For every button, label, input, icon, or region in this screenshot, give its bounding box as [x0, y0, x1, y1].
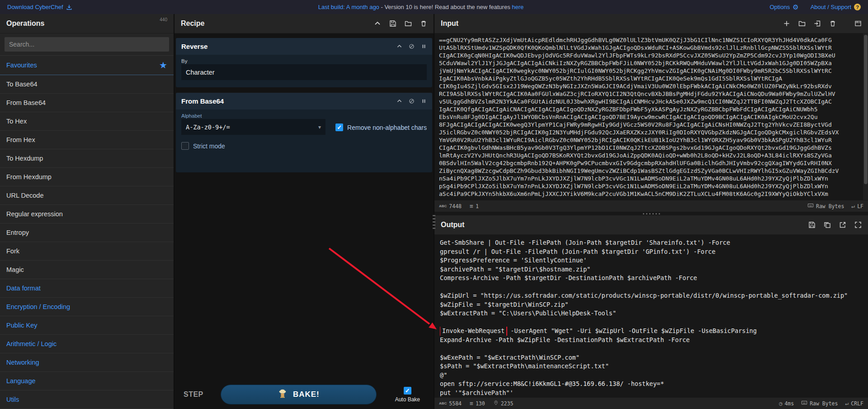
announcement-here-link[interactable]: here: [512, 4, 524, 10]
recipe-op-from-base64[interactable]: From Base64 Alphabet A-Za-z0-9+/= ▾: [176, 93, 432, 172]
auto-bake-toggle[interactable]: Auto Bake: [395, 387, 420, 403]
category-item[interactable]: Language: [0, 372, 174, 390]
operation-item[interactable]: Regular expression: [0, 205, 174, 224]
output-line: gpresult /r | Out-File -FilePath (Join-P…: [440, 247, 862, 257]
output-line-invoke: Invoke-WebRequest -UserAgent "Wget" -Uri…: [440, 327, 862, 336]
collapse-op-icon[interactable]: [396, 98, 402, 104]
line-count-icon: ≡: [470, 400, 473, 407]
category-item[interactable]: Encryption / Encoding: [0, 298, 174, 316]
replace-input-icon[interactable]: [839, 221, 846, 228]
last-build-link[interactable]: Last build: A month ago: [318, 4, 379, 10]
operations-header: Operations 440: [0, 14, 174, 33]
search-input[interactable]: [5, 37, 169, 52]
input-line: IgACIK0QfgACIgACIgAiCNACIgACIgACIgACIgoQ…: [439, 105, 860, 113]
input-line: jVmUjNmYkACIgACIgACIK0wegkyc0NWY052bjRCI…: [439, 67, 860, 75]
category-item[interactable]: Public Key: [0, 316, 174, 335]
open-file-icon[interactable]: [798, 20, 806, 27]
output-line: @": [440, 371, 862, 380]
about-support-button[interactable]: About / Support ?: [811, 4, 861, 10]
input-encoding-selector[interactable]: Raw Bytes: [807, 202, 844, 210]
input-status-bar: ABC 7448 ≡ 1 Raw Bytes ↵ LF: [434, 200, 868, 212]
add-input-tab-icon[interactable]: [783, 20, 790, 27]
input-line: EbsVnRu8FJg0DIgACIgAyJl1WYOBCbsVnRnACIgA…: [439, 113, 860, 121]
star-icon[interactable]: ★: [159, 60, 167, 71]
operation-item[interactable]: From Hex: [0, 131, 174, 149]
disable-op-icon[interactable]: [409, 98, 415, 104]
operation-item[interactable]: Magic: [0, 261, 174, 279]
bake-bar: STEP BAKE! Auto Bake: [175, 380, 434, 409]
step-button[interactable]: STEP: [184, 390, 203, 399]
input-line: UtASblRXStUmdv1WZSpQDK0QfK0QKoQmblNlLtVG…: [439, 44, 860, 52]
checkbox-unchecked-icon[interactable]: [181, 142, 189, 150]
input-line-count: ≡ 1: [470, 203, 479, 209]
operation-item[interactable]: URL Decode: [0, 186, 174, 205]
reverse-by-label: By: [181, 58, 427, 64]
input-line: nSa4iPb9CPlJXZo5JlbX7uYm7nPnLkJXYDJXZjlW…: [439, 175, 860, 182]
save-output-icon[interactable]: [808, 221, 816, 228]
output-title: Output: [441, 221, 464, 229]
encoding-icon: [801, 399, 807, 407]
operation-item[interactable]: To Base64: [0, 75, 174, 94]
load-recipe-icon[interactable]: [405, 20, 412, 27]
operation-item[interactable]: From Hexdump: [0, 168, 174, 186]
options-button[interactable]: Options ⚙: [769, 3, 798, 11]
remove-non-alphabet-checkbox[interactable]: Remove non-alphabet chars: [335, 124, 427, 135]
recipe-op-reverse[interactable]: Reverse By Character: [176, 38, 432, 87]
disable-op-icon[interactable]: [409, 43, 415, 49]
breakpoint-icon[interactable]: [421, 43, 427, 49]
category-item[interactable]: Networking: [0, 353, 174, 372]
operation-item[interactable]: Fork: [0, 242, 174, 261]
input-text[interactable]: ==gCNU2Yy9mRtASZzJXdjVmUtAicpREdldmchRHJ…: [434, 33, 868, 200]
breakpoint-icon[interactable]: [421, 98, 427, 104]
input-scrollbar[interactable]: [863, 33, 868, 200]
input-line: 0BSdvlHIn5WalV2cg42bgcmbpRnb192Q+AHPK0gP…: [439, 159, 860, 167]
char-count-icon: ABC: [439, 401, 447, 405]
operation-item[interactable]: To Hex: [0, 112, 174, 131]
output-char-count: ABC 5584: [439, 400, 462, 407]
clear-recipe-icon[interactable]: [420, 20, 427, 27]
output-eol-selector[interactable]: ↵ CRLF: [845, 400, 863, 407]
output-line: $wZipFile = "$targetDir\WinSCP.zip": [440, 300, 862, 309]
input-output-splitter[interactable]: [434, 212, 868, 215]
output-line-count: ≡ 130: [470, 400, 485, 407]
operation-item[interactable]: From Base64: [0, 94, 174, 112]
output-line: $wZipUrl = "https://us.softradar.com/sta…: [440, 291, 862, 300]
scrollbar-thumb[interactable]: [864, 35, 868, 184]
io-panel: Input ==gCNU2Yy9mRtASZzJXdjVmUtAicpREdld…: [434, 14, 868, 409]
strict-mode-checkbox[interactable]: Strict mode: [181, 142, 427, 153]
operation-item[interactable]: To Hexdump: [0, 149, 174, 168]
category-item[interactable]: Utils: [0, 390, 174, 409]
output-lines-after: Expand-Archive -Path $wZipFile -Destinat…: [440, 336, 862, 398]
output-status-bar: ABC 5584 ≡ 130 2235 ◷ 4ms: [434, 397, 868, 409]
collapse-recipe-icon[interactable]: [374, 20, 381, 27]
recipe-io-splitter-handle[interactable]: [434, 215, 435, 229]
input-tabs-icon[interactable]: [854, 20, 862, 27]
maximise-output-icon[interactable]: [854, 221, 862, 228]
collapse-op-icon[interactable]: [396, 43, 402, 49]
copy-output-icon[interactable]: [824, 221, 831, 228]
bake-button[interactable]: BAKE!: [221, 385, 377, 404]
category-item[interactable]: Data format: [0, 279, 174, 298]
announcement-text: - Version 10 is here! Read about the new…: [379, 4, 512, 10]
char-count-icon: ABC: [439, 204, 447, 208]
input-line: CIgACIK0gbvlGdhNWasBHcB5yav9Gb0V3TgQ3Ylp…: [439, 144, 860, 152]
download-icon: [66, 4, 72, 11]
invoke-line-rest: -UserAgent "Wget" -Uri $wZipUrl -OutFile…: [507, 327, 757, 334]
chevron-down-icon: ▾: [318, 124, 321, 130]
input-panel: Input ==gCNU2Yy9mRtASZzJXdjVmUtAicpREdld…: [434, 14, 868, 212]
category-item[interactable]: Arithmetic / Logic: [0, 335, 174, 353]
output-encoding-selector[interactable]: Raw Bytes: [801, 399, 838, 407]
input-eol-selector[interactable]: ↵ LF: [851, 203, 863, 209]
save-recipe-icon[interactable]: [389, 20, 396, 27]
recipe-op-from-base64-title: From Base64: [176, 93, 432, 109]
clear-input-icon[interactable]: [829, 20, 836, 27]
operation-item[interactable]: Entropy: [0, 224, 174, 242]
bake-time: ◷ 4ms: [779, 400, 794, 407]
alphabet-select[interactable]: A-Za-z0-9+/= ▾: [181, 119, 326, 135]
download-cyberchef-link[interactable]: Download CyberChef: [7, 4, 72, 11]
open-folder-as-tabs-icon[interactable]: [814, 20, 821, 27]
checkbox-checked-icon[interactable]: [335, 124, 343, 131]
auto-bake-checkbox[interactable]: [404, 387, 411, 395]
favourites-category[interactable]: Favourites ★: [0, 56, 174, 75]
reverse-by-select[interactable]: Character: [181, 64, 427, 80]
